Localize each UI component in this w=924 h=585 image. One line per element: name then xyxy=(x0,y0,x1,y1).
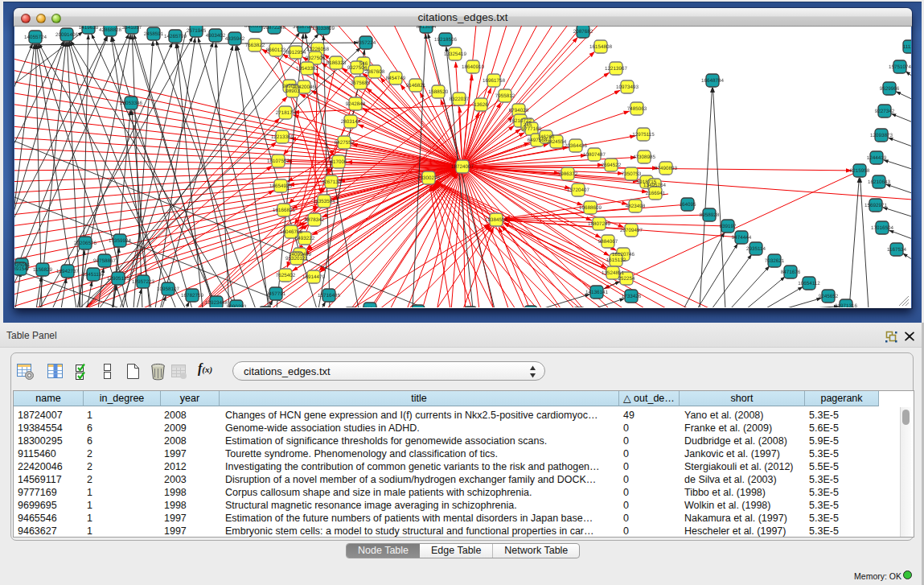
svg-text:2571945: 2571945 xyxy=(187,28,207,34)
svg-text:16782759: 16782759 xyxy=(181,293,203,299)
svg-text:23300275: 23300275 xyxy=(417,175,440,181)
svg-text:10654112: 10654112 xyxy=(798,281,820,286)
svg-text:16648784: 16648784 xyxy=(701,78,724,84)
svg-text:9884067: 9884067 xyxy=(598,239,618,245)
svg-text:7986372: 7986372 xyxy=(558,171,578,177)
svg-text:23718431: 23718431 xyxy=(359,307,381,307)
svg-text:16154808: 16154808 xyxy=(589,44,612,50)
svg-text:9529966: 9529966 xyxy=(880,86,900,92)
svg-text:8813054: 8813054 xyxy=(417,26,437,30)
svg-text:8322037: 8322037 xyxy=(450,97,470,102)
svg-text:20364436: 20364436 xyxy=(565,143,587,149)
svg-text:42868828: 42868828 xyxy=(99,27,121,33)
svg-text:18654925: 18654925 xyxy=(269,183,292,189)
svg-text:20709497: 20709497 xyxy=(620,228,643,233)
svg-text:14265799: 14265799 xyxy=(164,34,187,39)
svg-text:13451194: 13451194 xyxy=(82,272,105,278)
svg-text:8090293: 8090293 xyxy=(227,304,247,307)
svg-text:8878342: 8878342 xyxy=(305,217,325,223)
svg-text:10872248: 10872248 xyxy=(263,26,285,31)
svg-text:18724007: 18724007 xyxy=(451,164,474,170)
svg-text:8215958: 8215958 xyxy=(850,168,870,174)
svg-text:11353594: 11353594 xyxy=(313,199,335,204)
svg-text:18640910: 18640910 xyxy=(462,64,484,70)
svg-text:19166825: 19166825 xyxy=(273,208,295,213)
svg-text:20206576: 20206576 xyxy=(74,241,97,246)
svg-text:164095: 164095 xyxy=(679,202,696,208)
svg-text:1615132: 1615132 xyxy=(606,257,626,263)
svg-text:4903402: 4903402 xyxy=(206,33,226,39)
svg-text:2166941: 2166941 xyxy=(646,191,666,196)
svg-text:1244419: 1244419 xyxy=(867,155,887,161)
svg-text:1419610: 1419610 xyxy=(79,26,99,31)
svg-text:12923448: 12923448 xyxy=(205,300,228,306)
svg-text:4335942: 4335942 xyxy=(225,36,245,42)
svg-text:13325419: 13325419 xyxy=(444,51,466,57)
svg-text:16210643: 16210643 xyxy=(868,179,890,185)
svg-text:16914479: 16914479 xyxy=(302,274,325,280)
svg-text:2458591: 2458591 xyxy=(144,31,164,37)
svg-text:8186323: 8186323 xyxy=(326,60,347,66)
svg-text:3824554: 3824554 xyxy=(547,139,567,145)
svg-text:417006: 417006 xyxy=(330,159,347,165)
svg-text:15716485: 15716485 xyxy=(318,293,340,299)
svg-text:2694522: 2694522 xyxy=(602,163,622,168)
svg-text:81971316: 81971316 xyxy=(835,303,857,307)
svg-text:7350753: 7350753 xyxy=(622,171,642,177)
svg-text:10958107: 10958107 xyxy=(157,286,179,292)
svg-text:17957223: 17957223 xyxy=(132,279,154,285)
svg-text:4823498: 4823498 xyxy=(626,204,646,209)
svg-text:10973493: 10973493 xyxy=(616,84,639,90)
svg-text:7663822: 7663822 xyxy=(245,43,265,48)
svg-text:8660123: 8660123 xyxy=(266,47,286,53)
svg-text:6794028: 6794028 xyxy=(509,108,529,113)
svg-text:7955812: 7955812 xyxy=(495,93,515,99)
svg-text:9227342: 9227342 xyxy=(875,109,895,114)
svg-text:12093873: 12093873 xyxy=(870,133,893,138)
svg-text:8958928: 8958928 xyxy=(700,212,720,218)
svg-text:95320121: 95320121 xyxy=(285,256,308,262)
svg-text:98903: 98903 xyxy=(285,89,300,94)
svg-text:99758867: 99758867 xyxy=(93,258,116,264)
svg-text:13495764: 13495764 xyxy=(643,183,666,188)
svg-text:18807249: 18807249 xyxy=(588,221,610,227)
svg-text:8912954: 8912954 xyxy=(286,50,306,56)
svg-text:20053346: 20053346 xyxy=(120,101,142,106)
svg-text:47308985: 47308985 xyxy=(633,154,655,160)
svg-text:15692971: 15692971 xyxy=(864,203,887,208)
svg-text:11120: 11120 xyxy=(903,44,911,50)
svg-text:20091406: 20091406 xyxy=(55,32,78,38)
svg-text:17016504: 17016504 xyxy=(871,225,893,231)
svg-text:7625402: 7625402 xyxy=(276,273,296,278)
svg-text:7032621: 7032621 xyxy=(765,258,785,264)
svg-text:13626: 13626 xyxy=(474,102,488,108)
svg-text:2367608: 2367608 xyxy=(365,69,385,75)
svg-text:9457791: 9457791 xyxy=(266,291,286,297)
svg-text:8427552: 8427552 xyxy=(335,140,355,146)
svg-text:2935114: 2935114 xyxy=(746,246,766,252)
svg-text:1167534: 1167534 xyxy=(887,247,906,253)
svg-text:12905135: 12905135 xyxy=(107,276,129,282)
svg-text:16107552: 16107552 xyxy=(267,159,290,164)
svg-text:7357224: 7357224 xyxy=(356,40,376,46)
svg-text:19384554: 19384554 xyxy=(485,217,507,223)
svg-text:12213967: 12213967 xyxy=(605,66,627,72)
svg-text:2803144: 2803144 xyxy=(341,119,361,125)
svg-text:12942737: 12942737 xyxy=(56,269,79,274)
svg-text:10807487: 10807487 xyxy=(583,152,606,158)
svg-text:87490893: 87490893 xyxy=(655,166,677,171)
svg-text:39154: 39154 xyxy=(14,266,27,272)
svg-text:939197: 939197 xyxy=(719,224,736,229)
svg-text:10543382: 10543382 xyxy=(296,66,318,72)
svg-text:9777169: 9777169 xyxy=(522,126,542,132)
svg-text:15751074: 15751074 xyxy=(889,64,911,70)
svg-text:3341057: 3341057 xyxy=(122,26,142,31)
svg-text:15720407: 15720407 xyxy=(567,187,589,193)
svg-text:16046766: 16046766 xyxy=(280,229,302,235)
svg-text:9327504: 9327504 xyxy=(347,65,368,71)
svg-text:8471676: 8471676 xyxy=(781,270,801,275)
svg-text:16120746: 16120746 xyxy=(612,252,634,257)
svg-text:3267130: 3267130 xyxy=(322,179,342,185)
svg-text:252254: 252254 xyxy=(618,276,634,282)
svg-text:19218506: 19218506 xyxy=(434,37,457,43)
